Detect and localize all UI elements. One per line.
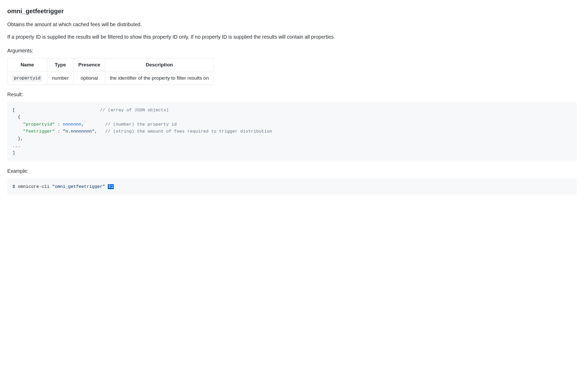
th-type: Type — [47, 58, 73, 71]
description-paragraph: If a property ID is supplied the results… — [7, 33, 577, 41]
arguments-table: Name Type Presence Description propertyi… — [7, 58, 214, 85]
cell-type: number — [47, 71, 73, 85]
cell-name: propertyid — [8, 71, 47, 85]
shell-space — [105, 184, 108, 189]
cell-presence: optional — [73, 71, 105, 85]
example-code-block: $ omnicore-cli "omni_getfeetrigger" 31 — [7, 178, 577, 195]
cell-description: the identifier of the property to filter… — [105, 71, 213, 85]
result-code-block: [ // (array of JSON objects) { "property… — [7, 102, 577, 161]
th-description: Description — [105, 58, 213, 71]
th-presence: Presence — [73, 58, 105, 71]
arguments-label: Arguments: — [7, 47, 577, 54]
table-row: propertyid number optional the identifie… — [8, 71, 214, 85]
page-title: omni_getfeetrigger — [7, 6, 577, 16]
shell-cmd: omnicore-cli — [18, 184, 52, 189]
shell-arg-quoted: "omni_getfeetrigger" — [52, 184, 105, 189]
shell-arg-highlight: 31 — [108, 184, 113, 189]
example-label: Example: — [7, 167, 577, 175]
table-header-row: Name Type Presence Description — [8, 58, 214, 71]
result-label: Result: — [7, 91, 577, 98]
arg-name-code: propertyid — [12, 75, 42, 81]
description-paragraph: Obtains the amount at which cached fees … — [7, 20, 577, 28]
th-name: Name — [8, 58, 47, 71]
shell-prompt: $ — [12, 184, 18, 189]
